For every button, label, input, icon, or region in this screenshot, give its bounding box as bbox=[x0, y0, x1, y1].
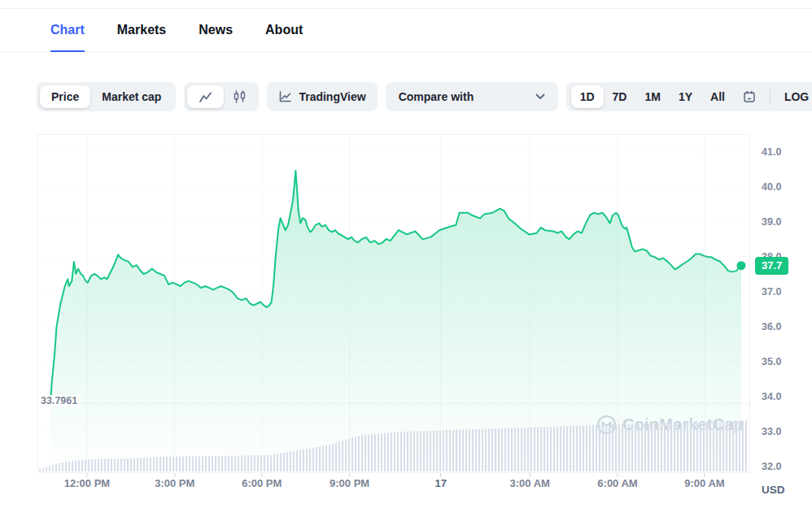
svg-text:33.0: 33.0 bbox=[762, 426, 781, 437]
svg-text:40.0: 40.0 bbox=[762, 181, 781, 193]
svg-text:12:00 PM: 12:00 PM bbox=[64, 477, 110, 489]
chart-toolbar: Price Market cap Tr bbox=[37, 82, 790, 111]
svg-text:41.0: 41.0 bbox=[762, 146, 781, 158]
svg-text:6:00 AM: 6:00 AM bbox=[597, 477, 637, 489]
price-chart[interactable]: 41.040.039.038.037.036.035.034.033.032.0… bbox=[37, 134, 812, 508]
line-chart-type-button[interactable] bbox=[187, 85, 224, 108]
marketcap-toggle-button[interactable]: Market cap bbox=[90, 85, 172, 108]
compare-with-label: Compare with bbox=[399, 90, 474, 103]
log-scale-button[interactable]: LOG bbox=[775, 85, 812, 108]
current-price-badge: 37.7 bbox=[755, 257, 788, 275]
svg-text:6:00 PM: 6:00 PM bbox=[242, 477, 282, 489]
range-all-button[interactable]: All bbox=[701, 85, 734, 108]
day-low-label: 33.7961 bbox=[41, 395, 81, 406]
svg-text:34.0: 34.0 bbox=[762, 391, 781, 402]
tab-about[interactable]: About bbox=[265, 9, 303, 52]
range-1d-button[interactable]: 1D bbox=[571, 85, 604, 108]
svg-text:36.0: 36.0 bbox=[762, 321, 781, 332]
tradingview-button[interactable]: TradingView bbox=[267, 82, 377, 111]
tab-bar: Chart Markets News About bbox=[0, 9, 812, 52]
range-1m-button[interactable]: 1M bbox=[635, 85, 669, 108]
svg-text:35.0: 35.0 bbox=[762, 356, 781, 367]
candlestick-icon bbox=[234, 90, 246, 103]
price-chart-panel: CoinMarketCap 41.040.039.038.037.036.035… bbox=[37, 134, 812, 508]
tab-news[interactable]: News bbox=[199, 9, 233, 52]
candlestick-chart-type-button[interactable] bbox=[224, 85, 255, 108]
chart-type-toggle bbox=[184, 82, 259, 111]
range-selector: 1D 7D 1M 1Y All LOG bbox=[566, 82, 812, 111]
compare-with-dropdown[interactable]: Compare with bbox=[386, 82, 558, 111]
svg-text:9:00 AM: 9:00 AM bbox=[684, 477, 724, 489]
svg-text:3:00 PM: 3:00 PM bbox=[155, 477, 194, 489]
calendar-button[interactable] bbox=[734, 85, 765, 108]
line-chart-icon bbox=[199, 91, 212, 103]
range-1y-button[interactable]: 1Y bbox=[670, 85, 701, 108]
range-7d-button[interactable]: 7D bbox=[604, 85, 636, 108]
svg-text:32.0: 32.0 bbox=[762, 461, 781, 472]
tradingview-label: TradingView bbox=[299, 90, 365, 103]
chevron-down-icon bbox=[535, 93, 545, 100]
tab-markets[interactable]: Markets bbox=[117, 9, 166, 52]
svg-text:9:00 PM: 9:00 PM bbox=[330, 477, 369, 489]
tradingview-icon bbox=[278, 90, 292, 103]
calendar-icon bbox=[743, 90, 756, 103]
toolbar-divider bbox=[770, 89, 771, 104]
svg-text:17: 17 bbox=[434, 477, 446, 489]
svg-text:39.0: 39.0 bbox=[762, 216, 781, 228]
tab-chart[interactable]: Chart bbox=[50, 9, 85, 52]
svg-text:37.0: 37.0 bbox=[762, 286, 781, 298]
metric-toggle: Price Market cap bbox=[37, 82, 176, 111]
svg-text:3:00 AM: 3:00 AM bbox=[510, 477, 550, 489]
price-toggle-button[interactable]: Price bbox=[40, 85, 90, 108]
svg-text:USD: USD bbox=[762, 484, 785, 496]
